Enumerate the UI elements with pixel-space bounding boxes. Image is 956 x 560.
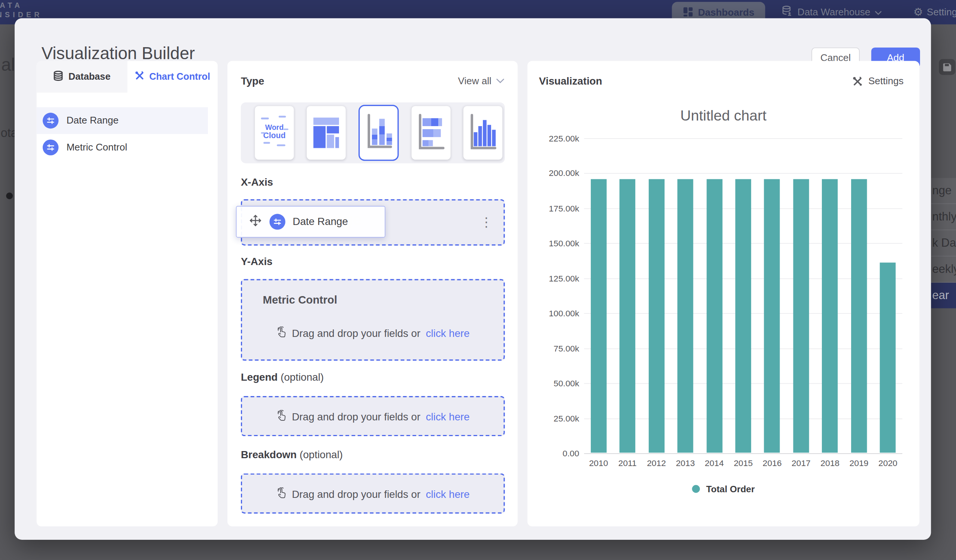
- background-dropdown-option: k Date: [931, 230, 956, 256]
- y-tick-label: 50.00k: [553, 378, 579, 388]
- svg-text:Cloud: Cloud: [263, 131, 285, 140]
- legend-series-label: Total Order: [706, 484, 755, 494]
- chevron-down-icon: [496, 78, 504, 83]
- breakdown-drop-text: Drag and drop your fields or: [292, 488, 420, 501]
- chart-type-treemap[interactable]: [307, 106, 346, 160]
- field-row-date-range[interactable]: Date Range: [37, 107, 208, 134]
- x-tick-label: 2018: [821, 458, 840, 468]
- builder-panel: Type View all WordCloud X-Axis Date Rang…: [227, 61, 518, 526]
- bar-2013: [677, 179, 693, 453]
- nav-settings-label: Settings: [927, 7, 956, 17]
- field-list: Date RangeMetric Control: [37, 107, 218, 161]
- field-slider-icon: [43, 113, 58, 129]
- chart-type-stacked-column[interactable]: [358, 105, 399, 161]
- x-tick-label: 2014: [704, 458, 724, 468]
- field-row-metric-control[interactable]: Metric Control: [37, 134, 208, 161]
- panel-tabs: Database Chart Control: [37, 61, 218, 93]
- y-tick-label: 150.00k: [549, 238, 579, 248]
- tools-icon: [134, 71, 144, 83]
- tab-chart-control-label: Chart Control: [149, 71, 210, 82]
- chart-type-stacked-bar[interactable]: [412, 106, 451, 160]
- y-tick-label: 75.00k: [553, 343, 579, 353]
- x-tick-label: 2019: [850, 458, 869, 468]
- tab-chart-control[interactable]: Chart Control: [127, 61, 218, 93]
- settings-label: Settings: [868, 75, 904, 86]
- bar-2017: [793, 179, 809, 453]
- app-logo: DATA INSIDER: [0, 1, 42, 19]
- bar-2018: [822, 179, 838, 453]
- x-tick-label: 2012: [647, 458, 666, 468]
- chart-type-list: WordCloud: [241, 102, 505, 163]
- y-tick-label: 100.00k: [549, 309, 579, 318]
- background-dropdown-option: ear: [931, 282, 956, 308]
- background-bullet: [6, 192, 13, 199]
- view-all-button[interactable]: View all: [458, 75, 504, 86]
- legend-heading-label: Legend: [241, 372, 278, 383]
- visualization-panel: Visualization Settings Untitled chart 0.…: [527, 61, 920, 526]
- y-axis-heading: Y-Axis: [241, 256, 273, 268]
- chevron-down-icon: [875, 7, 882, 17]
- visualization-builder-modal: Visualization Builder Cancel Add Databas…: [15, 18, 931, 540]
- breakdown-heading: Breakdown (optional): [241, 449, 343, 461]
- background-dropdown-option: nthly: [931, 204, 956, 230]
- x-tick-label: 2020: [879, 458, 898, 468]
- x-tick-label: 2017: [792, 458, 811, 468]
- database-icon: [53, 71, 64, 83]
- field-label: Metric Control: [66, 142, 127, 153]
- tab-database-label: Database: [69, 71, 110, 82]
- tap-hand-icon: [276, 410, 286, 425]
- bar-2011: [620, 179, 635, 453]
- bar-2014: [706, 179, 722, 453]
- settings-button[interactable]: Settings: [852, 75, 904, 86]
- y-axis-click-here-link[interactable]: click here: [426, 328, 470, 340]
- breakdown-click-here-link[interactable]: click here: [426, 488, 470, 501]
- metric-control-group-title: Metric Control: [263, 293, 337, 306]
- bar-2019: [851, 179, 867, 453]
- move-icon: [249, 214, 262, 229]
- bar-2015: [735, 179, 751, 453]
- legend-click-here-link[interactable]: click here: [426, 411, 470, 424]
- x-tick-label: 2015: [734, 458, 753, 468]
- screen: al ota ngenthlyk Dateeeklyear DATA INSID…: [0, 0, 956, 560]
- y-axis-dropzone[interactable]: Metric Control Drag and drop your fields…: [241, 279, 505, 361]
- fields-panel: Database Chart Control Date RangeMetric …: [37, 61, 218, 526]
- legend-drop-text: Drag and drop your fields or: [292, 411, 420, 424]
- date-range-drag-chip[interactable]: Date Range: [236, 206, 385, 238]
- gear-icon: ⚙: [913, 7, 923, 17]
- chart-type-column[interactable]: [463, 106, 502, 160]
- x-tick-label: 2010: [589, 458, 608, 468]
- bar-2010: [591, 179, 607, 453]
- breakdown-dropzone[interactable]: Drag and drop your fields or click here: [241, 474, 505, 514]
- gridline: [584, 173, 903, 174]
- data-warehouse-icon: [782, 6, 792, 19]
- field-slider-icon: [269, 214, 285, 229]
- legend-optional-suffix: (optional): [281, 372, 324, 383]
- y-tick-label: 0.00: [563, 449, 579, 458]
- x-axis-heading: X-Axis: [241, 177, 273, 189]
- y-axis-labels: 0.0025.00k50.00k75.00k100.00k125.00k150.…: [527, 138, 579, 453]
- logo-line-1: DATA: [0, 1, 42, 10]
- gridline: [584, 453, 903, 454]
- bar-2016: [764, 179, 780, 453]
- bar-2012: [648, 179, 664, 453]
- bar-2020: [880, 262, 896, 453]
- crossed-tools-icon: [852, 76, 863, 86]
- legend-dropzone[interactable]: Drag and drop your fields or click here: [241, 396, 505, 436]
- x-axis-labels: 2010201120122013201420152016201720182019…: [584, 458, 903, 471]
- tap-hand-icon: [276, 487, 286, 502]
- tab-database[interactable]: Database: [37, 61, 127, 93]
- plot-area: [584, 138, 903, 453]
- visualization-heading: Visualization: [539, 75, 602, 88]
- kebab-menu-icon[interactable]: ⋮: [480, 215, 493, 230]
- dashboards-icon: [682, 6, 693, 19]
- nav-dashboards-label: Dashboards: [698, 8, 754, 18]
- background-dropdown-option: eekly: [931, 256, 956, 282]
- x-tick-label: 2016: [763, 458, 782, 468]
- chip-label: Date Range: [292, 216, 348, 228]
- y-tick-label: 225.00k: [549, 133, 579, 143]
- legend-marker: [692, 485, 700, 493]
- svg-text:Word: Word: [265, 123, 284, 132]
- y-tick-label: 175.00k: [549, 203, 579, 213]
- x-tick-label: 2011: [618, 458, 637, 468]
- chart-type-word-cloud[interactable]: WordCloud: [255, 106, 294, 160]
